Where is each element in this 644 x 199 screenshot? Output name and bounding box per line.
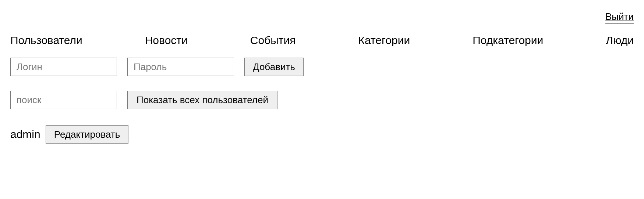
show-all-users-button[interactable]: Показать всех пользователей [127,91,277,109]
login-input[interactable] [10,58,117,76]
password-input[interactable] [127,58,234,76]
search-input[interactable] [10,91,117,109]
nav-tabs: Пользователи Новости События Категории П… [0,24,644,55]
add-button[interactable]: Добавить [244,58,304,76]
nav-item-people[interactable]: Люди [606,34,634,47]
edit-user-button[interactable]: Редактировать [46,125,129,144]
nav-item-users[interactable]: Пользователи [10,34,82,47]
nav-item-news[interactable]: Новости [145,34,188,47]
username-label: admin [10,128,40,141]
nav-item-events[interactable]: События [250,34,296,47]
user-row: admin Редактировать [0,109,644,144]
nav-item-categories[interactable]: Категории [358,34,410,47]
nav-item-subcategories[interactable]: Подкатегории [473,34,543,47]
logout-link[interactable]: Выйти [605,11,634,24]
